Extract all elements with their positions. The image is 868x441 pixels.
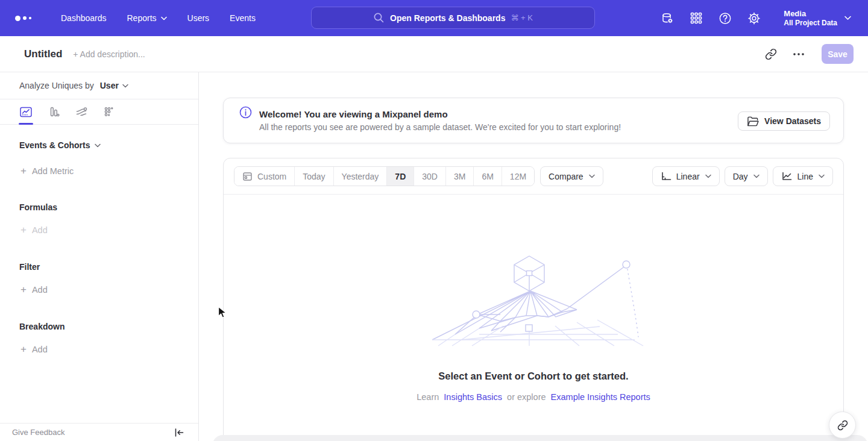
chevron-down-icon xyxy=(753,174,760,178)
empty-state-illustration xyxy=(419,255,648,346)
analyze-by-select[interactable]: User xyxy=(100,81,128,90)
lower-section-edge xyxy=(212,435,868,441)
empty-state-title: Select an Event or Cohort to get started… xyxy=(224,371,843,382)
data-management-icon[interactable] xyxy=(661,11,674,25)
date-range-7d[interactable]: 7D xyxy=(386,167,414,186)
chart-type-select[interactable]: Line xyxy=(773,166,833,186)
nav-item-users[interactable]: Users xyxy=(187,13,210,23)
calendar-icon xyxy=(242,171,253,181)
more-options-button[interactable] xyxy=(790,46,807,63)
events-cohorts-label: Events & Cohorts xyxy=(19,140,90,150)
nav-label: Events xyxy=(230,13,256,23)
apps-grid-icon[interactable] xyxy=(690,11,703,25)
empty-state-links: Learn Insights Basics or explore Example… xyxy=(224,392,843,402)
chevron-down-icon xyxy=(122,84,128,88)
dots-grid-tab-icon xyxy=(102,105,116,119)
plus-icon: + xyxy=(20,344,27,354)
folder-icon xyxy=(747,116,759,127)
tab-line-insights[interactable] xyxy=(12,99,40,124)
date-range-yesterday[interactable]: Yesterday xyxy=(333,167,387,186)
main-content: Welcome! You are viewing a Mixpanel demo… xyxy=(199,72,868,441)
nav-right-cluster: Media All Project Data xyxy=(661,0,868,36)
chevron-down-icon xyxy=(705,174,711,178)
report-title[interactable]: Untitled xyxy=(24,48,62,60)
nav-item-dashboards[interactable]: Dashboards xyxy=(61,13,107,23)
flows-tab-icon xyxy=(75,105,88,119)
nav-label: Dashboards xyxy=(61,13,107,23)
collapse-sidebar-button[interactable] xyxy=(174,428,184,437)
date-range-30d[interactable]: 30D xyxy=(414,167,445,186)
events-cohorts-section[interactable]: Events & Cohorts xyxy=(0,140,198,150)
date-range-6m[interactable]: 6M xyxy=(473,167,501,186)
link-icon xyxy=(837,420,848,431)
date-range-label: Custom xyxy=(257,172,286,181)
demo-welcome-banner: Welcome! You are viewing a Mixpanel demo… xyxy=(223,98,844,143)
add-formula-button[interactable]: + Add xyxy=(0,225,198,235)
nav-item-events[interactable]: Events xyxy=(230,13,256,23)
filter-label: Filter xyxy=(19,262,40,272)
mixpanel-logo-icon[interactable] xyxy=(15,16,36,21)
breakdown-label: Breakdown xyxy=(19,322,64,331)
save-button[interactable]: Save xyxy=(822,44,854,64)
search-placeholder: Open Reports & Dashboards xyxy=(390,13,505,23)
date-range-12m[interactable]: 12M xyxy=(502,167,534,186)
top-navbar: Dashboards Reports Users Events Open Rep… xyxy=(0,0,868,36)
middle-text: or explore xyxy=(507,392,546,402)
compare-button[interactable]: Compare xyxy=(540,166,603,186)
chevron-down-icon xyxy=(589,174,595,178)
date-range-3m[interactable]: 3M xyxy=(445,167,473,186)
copy-link-button[interactable] xyxy=(763,46,779,63)
add-breakdown-button[interactable]: + Add xyxy=(0,344,198,354)
plus-icon: + xyxy=(20,166,27,176)
analyze-label: Analyze Uniques by xyxy=(19,81,94,90)
linear-axis-icon xyxy=(661,172,671,181)
interval-select[interactable]: Day xyxy=(725,166,768,186)
date-controls: Custom Today Yesterday 7D 30D 3M 6M 12M … xyxy=(234,166,603,186)
link-icon xyxy=(765,48,777,60)
project-switcher[interactable]: Media All Project Data xyxy=(784,8,851,28)
collapse-left-icon xyxy=(174,428,184,437)
learn-prefix: Learn xyxy=(417,392,439,402)
analyze-uniques-row: Analyze Uniques by User xyxy=(0,72,198,99)
scale-select[interactable]: Linear xyxy=(652,166,720,186)
report-title-bar: Untitled + Add description... Save xyxy=(0,36,868,72)
date-range-label: 3M xyxy=(454,172,465,181)
tab-flows[interactable] xyxy=(68,99,95,124)
give-feedback-link[interactable]: Give Feedback xyxy=(12,428,64,437)
interval-label: Day xyxy=(733,172,748,181)
help-icon[interactable] xyxy=(719,11,732,25)
date-range-label: Yesterday xyxy=(342,172,379,181)
add-metric-button[interactable]: + Add Metric xyxy=(0,166,198,176)
report-actions: Save xyxy=(763,44,854,64)
date-range-label: Today xyxy=(303,172,325,181)
nav-item-reports[interactable]: Reports xyxy=(127,13,167,23)
add-description-field[interactable]: + Add description... xyxy=(73,49,145,59)
view-datasets-label: View Datasets xyxy=(764,116,821,126)
example-reports-link[interactable]: Example Insights Reports xyxy=(551,392,650,402)
banner-subtitle: All the reports you see are powered by a… xyxy=(259,122,621,132)
nav-label: Users xyxy=(187,13,210,23)
formulas-label: Formulas xyxy=(19,202,57,212)
banner-title: Welcome! You are viewing a Mixpanel demo xyxy=(259,109,621,119)
compare-label: Compare xyxy=(549,172,583,181)
add-filter-label: Add xyxy=(32,285,48,295)
line-chart-icon xyxy=(781,172,793,181)
date-range-today[interactable]: Today xyxy=(294,167,333,186)
settings-gear-icon[interactable] xyxy=(747,11,761,25)
share-link-floating-button[interactable] xyxy=(829,411,856,439)
scale-label: Linear xyxy=(676,172,700,181)
view-datasets-button[interactable]: View Datasets xyxy=(738,111,830,131)
line-chart-tab-icon xyxy=(19,105,33,119)
sidebar-footer: Give Feedback xyxy=(0,423,198,441)
add-filter-button[interactable]: + Add xyxy=(0,284,198,295)
chevron-down-icon xyxy=(161,16,167,20)
insights-basics-link[interactable]: Insights Basics xyxy=(444,392,502,402)
banner-text: Welcome! You are viewing a Mixpanel demo… xyxy=(259,109,621,132)
date-range-custom[interactable]: Custom xyxy=(234,167,294,186)
global-search[interactable]: Open Reports & Dashboards ⌘ + K xyxy=(311,7,595,29)
tab-bar-chart[interactable] xyxy=(40,99,68,124)
plus-icon: + xyxy=(20,284,27,295)
insights-report-card: Custom Today Yesterday 7D 30D 3M 6M 12M … xyxy=(223,158,844,441)
tab-retention-dots[interactable] xyxy=(95,99,123,124)
ellipsis-icon xyxy=(793,53,804,55)
